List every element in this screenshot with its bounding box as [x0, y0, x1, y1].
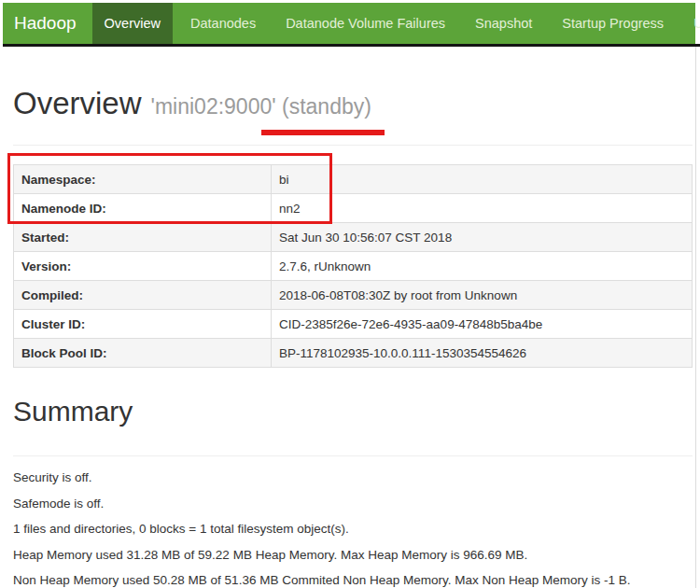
nav-item-overview[interactable]: Overview — [92, 3, 173, 44]
title-divider — [13, 145, 693, 146]
nav-item-utilities-label: Utilities — [693, 16, 700, 31]
table-row-block-pool-id: Block Pool ID: BP-1178102935-10.0.0.111-… — [14, 339, 693, 368]
summary-line-heap-memory: Heap Memory used 31.28 MB of 59.22 MB He… — [13, 549, 693, 563]
table-row-started: Started: Sat Jun 30 10:56:07 CST 2018 — [14, 223, 693, 252]
nav-item-utilities[interactable]: Utilities — [681, 3, 700, 44]
table-row-cluster-id: Cluster ID: CID-2385f26e-72e6-4935-aa09-… — [14, 310, 693, 339]
page-subtitle: 'mini02:9000' (standby) — [151, 94, 371, 119]
hadoop-overview-page: Hadoop Overview Datanodes Datanode Volum… — [0, 0, 700, 588]
row-label: Namenode ID: — [14, 194, 272, 223]
row-value: nn2 — [272, 194, 693, 223]
row-value: Sat Jun 30 10:56:07 CST 2018 — [272, 223, 693, 252]
nav-item-snapshot[interactable]: Snapshot — [463, 3, 544, 44]
summary-line-non-heap-memory: Non Heap Memory used 50.28 MB of 51.36 M… — [13, 574, 693, 588]
row-value: BP-1178102935-10.0.0.111-1530354554626 — [272, 339, 693, 368]
summary-line-security: Security is off. — [13, 471, 693, 485]
row-value: CID-2385f26e-72e6-4935-aa09-47848b5ba4be — [272, 310, 693, 339]
namenode-info-table: Namespace: bi Namenode ID: nn2 Started: … — [13, 164, 693, 368]
summary-line-safemode: Safemode is off. — [13, 497, 693, 511]
row-value: 2.7.6, rUnknown — [272, 252, 693, 281]
row-label: Version: — [14, 252, 272, 281]
table-row-compiled: Compiled: 2018-06-08T08:30Z by root from… — [14, 281, 693, 310]
page-right-edge — [695, 47, 696, 588]
row-label: Started: — [14, 223, 272, 252]
row-value: bi — [272, 165, 693, 194]
annotation-standby-underline — [261, 130, 385, 135]
summary-divider — [13, 455, 693, 456]
summary-section: Security is off. Safemode is off. 1 file… — [13, 471, 693, 588]
page-title: Overview'mini02:9000' (standby) — [13, 86, 371, 121]
table-row-namenode-id: Namenode ID: nn2 — [14, 194, 693, 223]
row-label: Cluster ID: — [14, 310, 272, 339]
nav-item-datanode-volume-failures[interactable]: Datanode Volume Failures — [273, 3, 457, 44]
row-label: Compiled: — [14, 281, 272, 310]
table-row-version: Version: 2.7.6, rUnknown — [14, 252, 693, 281]
table-row-namespace: Namespace: bi — [14, 165, 693, 194]
page-title-text: Overview — [13, 86, 142, 120]
summary-heading: Summary — [13, 396, 133, 427]
row-label: Block Pool ID: — [14, 339, 272, 368]
nav-item-startup-progress[interactable]: Startup Progress — [550, 3, 676, 44]
hadoop-brand[interactable]: Hadoop — [3, 3, 92, 44]
navbar-bottom-border — [3, 44, 700, 47]
row-label: Namespace: — [14, 165, 272, 194]
summary-line-filesystem-objects: 1 files and directories, 0 blocks = 1 to… — [13, 523, 693, 537]
top-navbar: Hadoop Overview Datanodes Datanode Volum… — [3, 3, 695, 44]
nav-item-datanodes[interactable]: Datanodes — [178, 3, 268, 44]
row-value: 2018-06-08T08:30Z by root from Unknown — [272, 281, 693, 310]
